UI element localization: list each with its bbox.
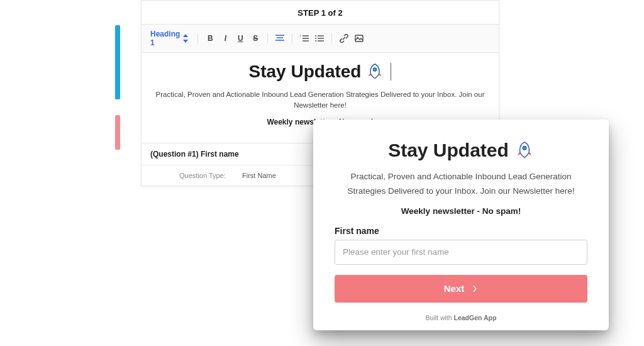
rocket-icon: [515, 141, 534, 160]
first-name-field: First name: [335, 226, 587, 265]
toolbar-separator: [292, 33, 292, 43]
toolbar-separator: [267, 33, 268, 43]
built-with-brand: LeadGen App: [454, 314, 497, 321]
form-title-text: Stay Updated: [388, 140, 509, 161]
step-header: STEP 1 of 2: [142, 1, 499, 25]
built-with-prefix: Built with: [426, 314, 454, 321]
heading-selector[interactable]: Heading 1: [148, 28, 191, 48]
first-name-input[interactable]: [335, 240, 587, 265]
toolbar-separator: [197, 33, 198, 43]
first-name-label: First name: [335, 226, 587, 236]
heading-selector-label: Heading 1: [150, 30, 180, 47]
next-button-label: Next: [444, 283, 465, 294]
editor-title: Stay Updated: [249, 62, 392, 82]
sort-icon: [182, 34, 189, 43]
bullet-list-button[interactable]: [314, 33, 325, 44]
svg-point-9: [316, 40, 317, 42]
svg-text:1: 1: [300, 35, 301, 37]
form-subtitle: Practical, Proven and Actionable Inbound…: [335, 170, 587, 199]
form-bold-line: Weekly newsletter - No spam!: [335, 206, 587, 216]
question-accent-rail: [115, 115, 120, 150]
form-preview-card: Stay Updated Practical, Proven and Actio…: [313, 120, 609, 330]
underline-button[interactable]: U: [235, 33, 246, 44]
built-with: Built with LeadGen App: [335, 314, 587, 321]
strike-button[interactable]: S: [250, 33, 261, 44]
align-button[interactable]: [274, 33, 286, 44]
form-title: Stay Updated: [388, 140, 534, 161]
bold-button[interactable]: B: [204, 33, 216, 44]
question-type-label: Question Type:: [179, 172, 242, 179]
svg-point-15: [374, 68, 377, 71]
svg-point-16: [523, 146, 526, 150]
rich-text-toolbar: Heading 1 B I U S 1: [142, 25, 499, 53]
editor-subtitle: Practical, Proven and Actionable Inbound…: [153, 89, 487, 111]
svg-point-7: [316, 35, 317, 36]
link-button[interactable]: [338, 33, 350, 44]
editor-accent-rail: [115, 25, 120, 99]
svg-point-8: [316, 38, 317, 39]
next-button[interactable]: Next: [335, 275, 587, 303]
rocket-icon: [366, 63, 384, 81]
svg-rect-13: [355, 35, 363, 42]
editor-title-text: Stay Updated: [249, 62, 362, 82]
chevron-right-icon: [472, 286, 478, 292]
ordered-list-button[interactable]: 1: [299, 33, 310, 44]
toolbar-separator: [331, 33, 332, 43]
image-button[interactable]: [353, 33, 365, 44]
question-type-value: First Name: [242, 172, 276, 179]
italic-button[interactable]: I: [219, 33, 231, 44]
